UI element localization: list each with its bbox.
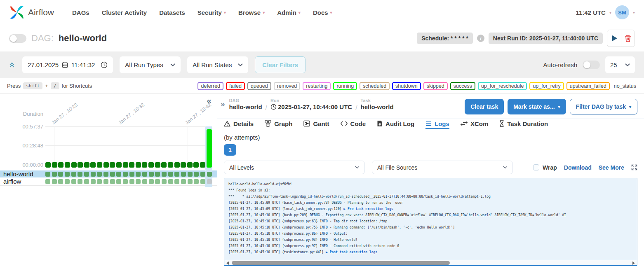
trigger-dag-button[interactable] [607,30,621,47]
nav-item-admin[interactable]: Admin▾ [277,9,301,16]
run-cell-success[interactable] [52,162,57,168]
task-instance-success[interactable] [45,179,50,184]
state-badge-skipped[interactable]: skipped [423,82,448,90]
task-instance-success[interactable] [65,172,70,177]
scroll-left-icon[interactable] [226,261,229,265]
task-instance-success[interactable] [136,172,141,177]
task-instance-success[interactable] [78,172,82,177]
run-cell-success[interactable] [116,162,122,168]
task-instance-success[interactable] [116,172,121,177]
attempt-1-button[interactable]: 1 [224,144,236,156]
task-instance-success[interactable] [149,179,154,184]
run-cell-success[interactable] [193,162,199,168]
task-instance-success[interactable] [194,179,199,184]
task-instance-success[interactable] [200,172,205,177]
task-instance-success[interactable] [58,179,63,184]
run-cell-success[interactable] [181,162,186,168]
task-instance-success[interactable] [116,179,121,184]
run-cell-success[interactable] [90,162,96,168]
task-instance-success[interactable] [188,179,193,184]
task-instance-success[interactable] [123,172,128,177]
task-instance-success[interactable] [91,179,96,184]
task-instance-success[interactable] [97,179,102,184]
dag-pause-toggle[interactable] [9,34,26,43]
task-instance-success[interactable] [188,172,193,177]
log-horizontal-scrollbar[interactable] [225,260,637,265]
task-name[interactable]: airflow [0,178,45,185]
tab-code[interactable]: Code [341,119,366,129]
task-instance-success[interactable] [103,172,108,177]
run-cell-success[interactable] [200,162,205,168]
breadcrumb-task[interactable]: Task hello-world [361,98,394,110]
run-states-select[interactable]: All Run States [187,56,248,73]
state-badge-running[interactable]: running [333,82,357,90]
task-instance-success[interactable] [142,179,147,184]
run-cell-success[interactable] [78,162,83,168]
task-row-hello-world[interactable]: hello-world [0,170,217,177]
state-badge-up_for_retry[interactable]: up_for_retry [529,82,564,90]
task-instance-no-status[interactable] [207,179,212,184]
base-date-input[interactable]: 27.01.2025 11:41:32 [22,56,113,73]
task-instance-success[interactable] [45,172,50,177]
delete-dag-button[interactable] [621,30,635,47]
utc-clock[interactable]: 11:42 UTC [576,9,606,16]
task-instance-success[interactable] [84,172,89,177]
run-cell-success[interactable] [168,162,173,168]
nav-item-security[interactable]: Security▾ [197,9,226,16]
task-instance-success[interactable] [181,172,186,177]
run-cell-success[interactable] [103,162,109,168]
nav-item-datasets[interactable]: Datasets [159,9,185,16]
task-instance-success[interactable] [71,179,76,184]
task-instance-success[interactable] [129,179,134,184]
task-instance-success[interactable] [149,172,154,177]
state-badge-up_for_reschedule[interactable]: up_for_reschedule [478,82,527,90]
mark-state-button[interactable]: Mark state as... ▾ [508,99,566,114]
task-instance-success[interactable] [84,179,89,184]
run-cell-success[interactable] [136,162,141,168]
tab-details[interactable]: Details [224,119,254,129]
tab-task-duration[interactable]: Task Duration [499,119,548,129]
run-cell-success[interactable] [187,162,193,168]
run-cell-success[interactable] [129,162,134,168]
breadcrumb-run[interactable]: Run 2025-01-27, 10:44:00 UTC [270,98,352,110]
run-types-select[interactable]: All Run Types [120,56,181,73]
see-more-link[interactable]: See More [599,164,624,171]
tab-xcom[interactable]: XCom [461,119,488,129]
task-instance-success[interactable] [155,172,160,177]
download-link[interactable]: Download [564,164,592,171]
nav-item-docs[interactable]: Docs▾ [313,9,332,16]
tab-graph[interactable]: Graph [265,119,292,129]
nav-item-dags[interactable]: DAGs [72,9,89,16]
task-instance-success[interactable] [142,172,147,177]
filter-dag-by-task-button[interactable]: Filter DAG by task ▾ [570,99,637,114]
run-cell-success[interactable] [110,162,115,168]
tab-gantt[interactable]: Gantt [303,119,329,129]
collapse-filters-icon[interactable] [9,62,15,68]
breadcrumb-dag[interactable]: DAG hello-world [229,98,262,110]
info-icon[interactable]: i [477,35,484,42]
task-instance-success[interactable] [110,179,115,184]
run-bar-running[interactable] [207,129,212,168]
state-badge-shutdown[interactable]: shutdown [392,82,421,90]
task-row-airflow[interactable]: airflow [0,178,217,185]
task-instance-success[interactable] [58,172,63,177]
state-badge-removed[interactable]: removed [274,82,301,90]
scrollbar-thumb[interactable] [232,261,450,265]
task-instance-success[interactable] [123,179,128,184]
tab-logs[interactable]: Logs [425,119,449,129]
run-cell-success[interactable] [45,162,51,168]
tab-audit-log[interactable]: Audit Log [377,119,414,129]
wrap-checkbox[interactable] [533,164,539,170]
log-source-select[interactable]: All File Sources [372,161,513,174]
clear-task-button[interactable]: Clear task [465,99,504,114]
run-cell-success[interactable] [58,162,63,168]
state-badge-restarting[interactable]: restarting [303,82,331,90]
task-instance-success[interactable] [78,179,82,184]
task-instance-success[interactable] [97,172,102,177]
run-cell-success[interactable] [155,162,160,168]
state-badge-queued[interactable]: queued [247,82,271,90]
run-cell-success[interactable] [97,162,102,168]
task-instance-success[interactable] [194,172,199,177]
state-badge-upstream_failed[interactable]: upstream_failed [566,82,610,90]
task-instance-success[interactable] [168,179,173,184]
